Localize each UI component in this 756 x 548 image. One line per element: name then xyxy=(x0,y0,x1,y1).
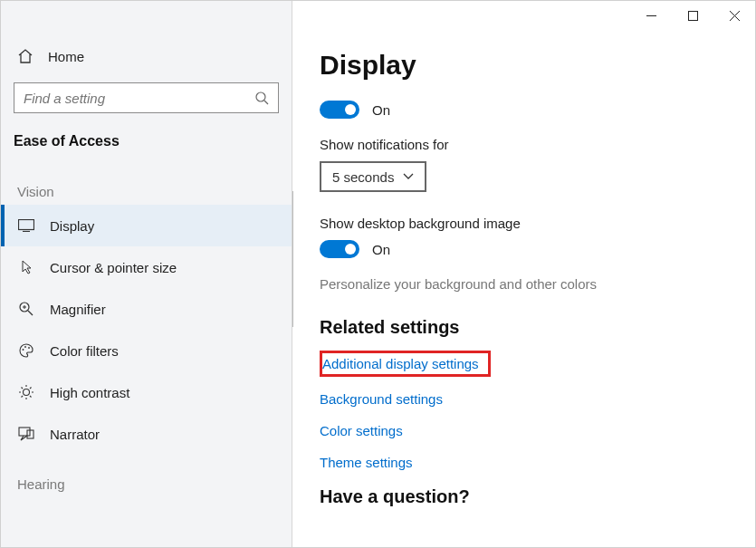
svg-line-24 xyxy=(22,396,24,398)
bg-image-toggle[interactable] xyxy=(320,240,359,258)
svg-point-5 xyxy=(256,92,265,101)
sidebar: Home Ease of Access Vision Display xyxy=(1,1,292,547)
link-additional-display[interactable]: Additional display settings xyxy=(322,356,479,371)
related-heading: Related settings xyxy=(320,317,755,338)
sidebar-item-high-contrast[interactable]: High contrast xyxy=(1,371,292,413)
dropdown-value: 5 seconds xyxy=(332,169,394,185)
search-input[interactable] xyxy=(24,91,254,106)
brightness-icon xyxy=(17,384,35,400)
svg-point-14 xyxy=(24,346,26,348)
content-pane: Display On Show notifications for 5 seco… xyxy=(292,1,755,547)
svg-line-23 xyxy=(30,388,32,389)
svg-point-15 xyxy=(28,347,30,349)
toggle-knob xyxy=(345,104,356,115)
svg-rect-25 xyxy=(19,428,30,436)
question-heading: Have a question? xyxy=(320,486,755,507)
group-vision-label: Vision xyxy=(17,184,275,199)
sidebar-item-magnifier[interactable]: Magnifier xyxy=(1,288,292,330)
bg-image-toggle-label: On xyxy=(372,242,390,257)
sidebar-item-cursor[interactable]: Cursor & pointer size xyxy=(1,246,292,288)
sidebar-item-display[interactable]: Display xyxy=(1,205,292,246)
sidebar-item-label: Magnifier xyxy=(50,302,106,317)
search-box[interactable] xyxy=(14,82,279,113)
display-icon xyxy=(17,219,35,232)
sidebar-item-color-filters[interactable]: Color filters xyxy=(1,330,292,371)
group-hearing-label: Hearing xyxy=(17,476,275,492)
svg-line-10 xyxy=(28,311,33,315)
svg-line-22 xyxy=(30,396,32,398)
sidebar-item-label: Cursor & pointer size xyxy=(50,260,177,275)
link-highlight: Additional display settings xyxy=(320,351,491,377)
sidebar-item-label: High contrast xyxy=(50,385,129,400)
toggle-knob xyxy=(345,244,356,255)
sidebar-item-label: Home xyxy=(48,49,84,64)
link-background-settings[interactable]: Background settings xyxy=(320,391,443,407)
svg-point-16 xyxy=(24,389,30,396)
sidebar-items: Display Cursor & pointer size Magnifier … xyxy=(1,205,292,455)
category-title: Ease of Access xyxy=(14,133,279,149)
cursor-icon xyxy=(17,259,35,275)
magnifier-icon xyxy=(17,301,35,317)
sidebar-item-home[interactable]: Home xyxy=(14,39,279,73)
svg-point-13 xyxy=(23,349,24,351)
svg-line-21 xyxy=(22,388,24,389)
bg-image-label: Show desktop background image xyxy=(320,216,755,231)
home-icon xyxy=(17,48,33,64)
chevron-down-icon xyxy=(403,173,414,180)
palette-icon xyxy=(17,342,35,359)
svg-rect-7 xyxy=(19,220,34,230)
sidebar-item-label: Color filters xyxy=(50,343,119,359)
link-theme-settings[interactable]: Theme settings xyxy=(320,455,413,470)
search-icon xyxy=(254,91,269,105)
personalize-hint: Personalize your background and other co… xyxy=(320,276,755,292)
related-links: Additional display settings Background s… xyxy=(320,351,755,470)
settings-window: Settings Home xyxy=(0,0,756,548)
narrator-icon xyxy=(17,427,35,441)
display-toggle-label: On xyxy=(372,102,390,118)
link-color-settings[interactable]: Color settings xyxy=(320,423,403,438)
display-toggle[interactable] xyxy=(320,101,359,119)
notifications-label: Show notifications for xyxy=(320,137,755,152)
sidebar-item-label: Narrator xyxy=(50,427,100,442)
svg-line-6 xyxy=(264,101,268,104)
notifications-dropdown[interactable]: 5 seconds xyxy=(320,161,426,192)
sidebar-item-label: Display xyxy=(50,218,94,234)
sidebar-item-narrator[interactable]: Narrator xyxy=(1,413,292,455)
page-title: Display xyxy=(320,50,755,81)
